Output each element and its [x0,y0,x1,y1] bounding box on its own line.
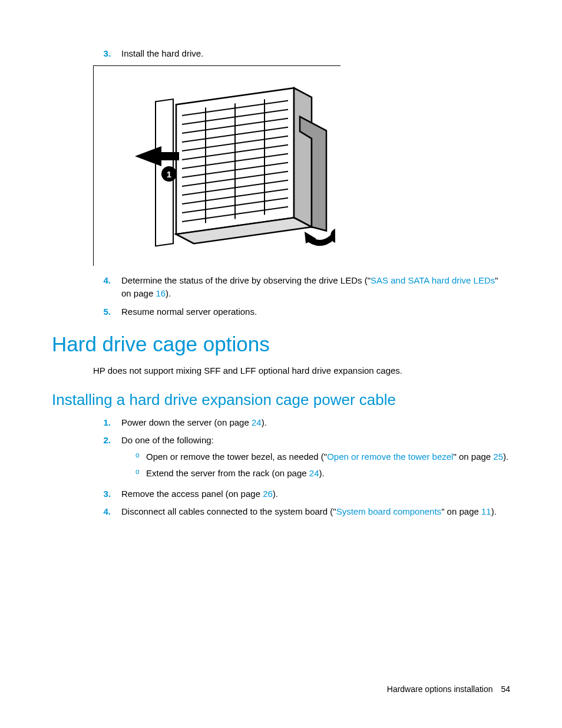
step-3: 3. Install the hard drive. [93,47,510,61]
step-5: 5. Resume normal server operations. [93,305,510,319]
substep-text: Extend the server from the rack (on page… [146,466,325,480]
page-ref[interactable]: 24 [252,417,262,427]
step-text: Install the hard drive. [121,47,510,61]
footer-section: Hardware options installation [387,684,493,694]
heading-hard-drive-cage-options: Hard drive cage options [52,332,510,356]
bstep-2: 2. Do one of the following: o Open or re… [93,434,510,483]
step-4: 4. Determine the status of the drive by … [93,274,510,301]
body-text: HP does not support mixing SFF and LFF o… [93,364,510,378]
bstep-4: 4. Disconnect all cables connected to th… [93,505,510,519]
page-ref[interactable]: 11 [481,506,491,516]
step-text: Disconnect all cables connected to the s… [121,505,510,519]
step-text: Determine the status of the drive by obs… [121,274,510,301]
drive-svg: 1 2 [123,77,335,253]
step-number: 4. [93,274,111,301]
text: Disconnect all cables connected to the s… [121,506,336,516]
step-number: 3. [93,487,111,501]
step-text: Resume normal server operations. [121,305,510,319]
heading-installing-expansion-cable: Installing a hard drive expansion cage p… [52,391,510,409]
text: ). [262,417,267,427]
step-text: Power down the server (on page 24). [121,416,510,430]
text: Extend the server from the rack (on page [146,468,309,478]
text: " on page [441,506,481,516]
bullet: o [135,450,146,464]
substep-b: o Extend the server from the rack (on pa… [135,466,510,480]
step-text: Remove the access panel (on page 26). [121,487,510,501]
text: ). [166,288,171,298]
text: ). [491,506,497,516]
text: Determine the status of the drive by obs… [121,275,371,285]
svg-text:1: 1 [167,169,171,179]
bstep-3: 3. Remove the access panel (on page 26). [93,487,510,501]
step-number: 2. [93,434,111,483]
step-number: 5. [93,305,111,319]
page-ref[interactable]: 25 [493,452,503,462]
hard-drive-illustration: 1 2 [93,65,340,266]
step-number: 3. [93,47,111,61]
page-ref[interactable]: 16 [156,288,166,298]
text: Remove the access panel (on page [121,489,263,499]
substep-a: o Open or remove the tower bezel, as nee… [135,450,510,464]
link-sas-sata-leds[interactable]: SAS and SATA hard drive LEDs [371,275,495,285]
link-system-board[interactable]: System board components [336,506,441,516]
text: Open or remove the tower bezel, as neede… [146,452,327,462]
text: " on page [453,452,493,462]
text: ). [273,489,278,499]
step-number: 1. [93,416,111,430]
page-ref[interactable]: 24 [309,468,319,478]
step-number: 4. [93,505,111,519]
substep-text: Open or remove the tower bezel, as neede… [146,450,508,464]
bstep-1: 1. Power down the server (on page 24). [93,416,510,430]
svg-marker-17 [294,85,312,229]
text: Do one of the following: [121,435,214,445]
text: Power down the server (on page [121,417,252,427]
text: ). [503,452,508,462]
footer-page: 54 [501,684,510,694]
page-footer: Hardware options installation 54 [387,684,510,694]
text: ). [319,468,325,478]
page-content: 3. Install the hard drive. [52,47,510,519]
link-tower-bezel[interactable]: Open or remove the tower bezel [327,452,453,462]
step-text: Do one of the following: o Open or remov… [121,434,510,483]
page-ref[interactable]: 26 [263,489,273,499]
bullet: o [135,466,146,480]
